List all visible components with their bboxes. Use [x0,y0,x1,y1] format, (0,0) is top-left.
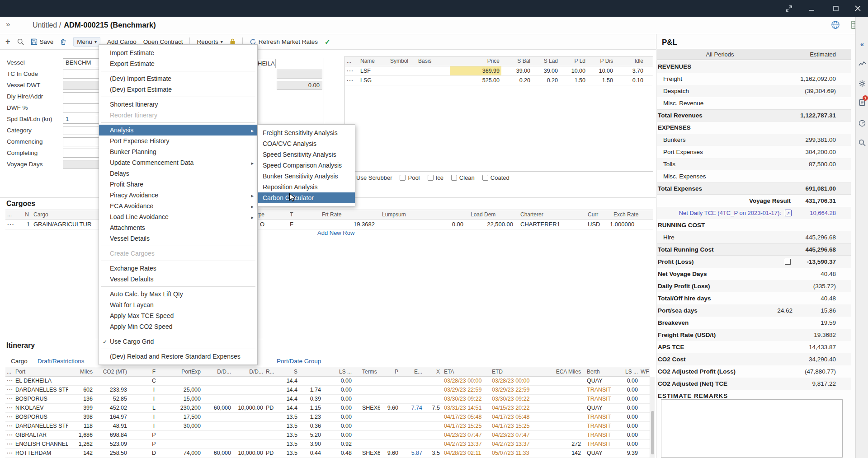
port-cell[interactable]: ENGLISH CHANNEL [14,440,68,449]
search-icon[interactable] [856,137,868,148]
port-cell[interactable]: ROTTERDAM [14,449,68,458]
load-rate-cell[interactable] [202,395,232,403]
speed-cell[interactable]: 13.5 [278,449,299,458]
port-expense-cell[interactable] [163,440,202,449]
port-cell[interactable]: GIBRALTAR [14,431,68,439]
menu-item[interactable]: Vessel Defaults [99,274,257,285]
port-field-fragment[interactable]: HEILA [256,59,276,68]
refresh-market-rates-button[interactable]: Refresh Market Rates [250,38,318,45]
function-cell[interactable]: I [128,395,163,403]
menu-item[interactable]: Import Estimate [99,47,257,58]
row-menu-icon[interactable] [5,386,14,394]
bunker-basis-cell[interactable] [416,76,450,85]
menu-item[interactable]: (Dev) Export Estimate [99,84,257,95]
eta-cell[interactable]: 03/28/23 00:00 [441,377,489,385]
e-link-cell[interactable] [400,422,424,430]
bunker-column-header[interactable]: Price [450,56,501,66]
dem-rate-cell[interactable]: 10,000.00 [232,404,264,412]
etd-cell[interactable]: 05/07/23 11:33 [489,449,537,458]
dem-rate-cell[interactable] [232,395,264,403]
submenu-item[interactable]: Freight Sensitivity Analysis [258,127,355,138]
bunker-symbol-cell[interactable] [388,66,416,75]
save-button[interactable]: Save [31,38,54,45]
menu-item[interactable]: Port Expense History [99,136,257,146]
cargo-load-dem-cell[interactable]: 22,500.00 [465,220,515,229]
speed-cell[interactable]: 14.4 [278,404,299,412]
checkbox[interactable] [400,175,406,181]
cargo-curr-cell[interactable]: USD [583,220,608,229]
cargo-column-header[interactable]: Curr [583,210,608,219]
itinerary-column-header[interactable]: D/D... [232,367,264,376]
flag-option[interactable]: Coated [482,174,509,181]
terms-cell[interactable] [353,431,380,439]
submenu-item[interactable]: Carbon Calculator [258,192,355,203]
cargo-column-header[interactable]: Frt Rate [316,210,377,219]
dem-rate-cell[interactable] [232,377,264,385]
bunker-basis-cell[interactable] [416,66,450,75]
berth-cell[interactable]: TRANSIT [582,395,613,403]
row-menu-icon[interactable] [5,377,14,385]
rate-basis-cell[interactable] [264,440,278,449]
submenu-item[interactable]: Bunker Sensitivity Analysis [258,171,355,182]
berth-cell[interactable]: QUAY [582,377,613,385]
etd-cell[interactable]: 04/17/23 15:25 [489,422,537,430]
profit-loss-checkbox[interactable] [785,259,791,265]
itinerary-column-header[interactable]: Berth [582,367,613,376]
window-popout-icon[interactable] [778,0,799,17]
etd-cell[interactable]: 04/23/23 07:47 [489,431,537,439]
bunker-sbal-cell[interactable]: 39.00 [501,66,532,75]
speed-cell[interactable]: 13.5 [278,422,299,430]
load-rate-cell[interactable] [202,386,232,394]
eta-cell[interactable]: 03/29/23 22:59 [441,386,489,394]
speed-cell[interactable]: 14.4 [278,395,299,403]
load-rate-cell[interactable]: 60,000 [202,449,232,458]
dem-rate-cell[interactable] [232,386,264,394]
checkbox[interactable] [451,175,457,181]
berth-cell[interactable]: TRANSIT [582,422,613,430]
bunker-column-header[interactable]: P Ld [560,56,587,66]
itinerary-column-header[interactable]: ... [5,367,14,376]
market-activity-icon[interactable] [856,59,868,70]
bunker-sbal-cell[interactable]: 0.20 [501,76,532,85]
cargo-column-header[interactable]: N [18,210,32,219]
bunker-pdis-cell[interactable]: 1.50 [587,76,615,85]
terms-cell[interactable]: SHEX6 [353,449,380,458]
port-expense-cell[interactable]: 17,500 [163,413,202,421]
function-cell[interactable]: P [128,440,163,449]
load-rate-cell[interactable] [202,377,232,385]
row-menu-icon[interactable] [345,66,359,75]
port-expense-cell[interactable]: 25,000 [163,386,202,394]
settings-gear-icon[interactable] [856,78,868,89]
bunker-column-header[interactable]: Idle [615,56,645,66]
window-close-icon[interactable] [847,0,868,17]
itinerary-column-header[interactable]: LS ... [613,367,639,376]
bunker-column-header[interactable]: S Bal [501,56,532,66]
speed-cell[interactable]: 13.5 [278,431,299,439]
rate-basis-cell[interactable] [264,413,278,421]
port-expense-cell[interactable]: 74,000 [163,449,202,458]
eta-cell[interactable]: 04/17/23 15:25 [441,422,489,430]
terms-cell[interactable] [353,413,380,421]
dem-rate-cell[interactable] [232,440,264,449]
etd-cell[interactable]: 03/28/23 00:00 [489,377,537,385]
flag-option[interactable]: Pool [400,174,420,181]
port-expense-cell[interactable] [163,377,202,385]
tab-draft-restrictions[interactable]: Draft/Restrictions [38,358,85,365]
menu-item[interactable]: Apply Max TCE Speed [99,310,257,321]
window-minimize-icon[interactable] [801,0,822,17]
berth-cell[interactable]: TRANSIT [582,440,613,449]
berth-cell[interactable]: TRANSIT [582,431,613,439]
dem-rate-cell[interactable] [232,413,264,421]
bunker-idle-cell[interactable]: 3.70 [615,66,645,75]
etd-cell[interactable]: 03/29/23 22:59 [489,386,537,394]
itinerary-column-header[interactable]: PortExp [163,367,202,376]
function-cell[interactable]: I [128,413,163,421]
cargo-column-header[interactable]: Lumpsum [377,210,465,219]
row-menu-icon[interactable] [5,440,14,449]
search-icon[interactable] [17,38,24,45]
port-expense-cell[interactable] [163,431,202,439]
rate-basis-cell[interactable] [264,386,278,394]
bunker-name-cell[interactable]: LSF [359,66,388,75]
itinerary-column-header[interactable] [299,367,322,376]
port-cell[interactable]: BOSPORUS [14,413,68,421]
